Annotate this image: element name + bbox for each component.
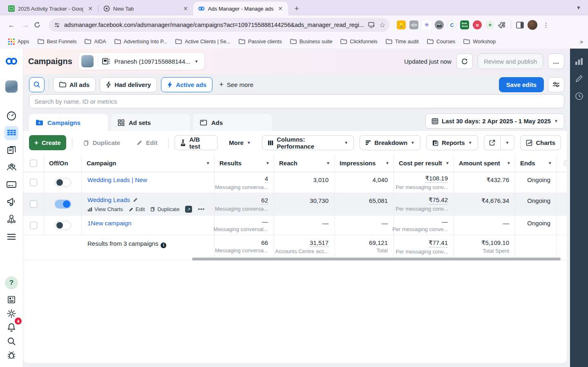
edit-action[interactable]: Edit [129, 206, 145, 212]
bookmark-folder[interactable]: Clickfunnels [337, 37, 380, 46]
date-range-selector[interactable]: Last 30 days: 2 Apr 2025 - 1 May 2025 ▼ [425, 113, 564, 129]
ads-megaphone-icon[interactable] [4, 195, 18, 209]
create-button[interactable]: + Create [29, 135, 66, 150]
campaign-link[interactable]: 1New campaign [87, 220, 208, 227]
bookmark-star-icon[interactable]: ☆ [379, 21, 385, 29]
audiences-icon[interactable] [4, 160, 18, 174]
profile-avatar[interactable] [528, 20, 537, 30]
account-selector[interactable]: Pranesh (1097155888144... ▼ [78, 52, 205, 70]
review-and-publish-button[interactable]: Review and publish [478, 53, 543, 69]
export-options-button[interactable]: ▼ [501, 136, 514, 150]
save-edits-button[interactable]: Save edits [499, 77, 544, 92]
close-icon[interactable]: ✕ [277, 5, 284, 12]
bookmark-folder[interactable]: Active Clients | Se... [172, 37, 234, 46]
results-value[interactable]: 4 [265, 175, 268, 183]
filter-active-ads[interactable]: Active ads [161, 77, 212, 92]
sort-caret-icon[interactable]: ▼ [385, 161, 389, 165]
column-header-amount-spent[interactable]: Amount spent▼ [454, 154, 515, 172]
search-icon[interactable] [4, 334, 18, 348]
tab-ads[interactable]: Ads [193, 114, 272, 131]
all-tools-menu-icon[interactable] [4, 230, 18, 244]
column-header-cost-per-result[interactable]: Cost per result▼ [394, 154, 454, 172]
tab-campaigns[interactable]: Campaigns [29, 114, 108, 131]
ab-test-button[interactable]: A/B test [174, 135, 218, 150]
search-input[interactable] [29, 94, 564, 108]
sort-caret-icon[interactable]: ▼ [326, 161, 330, 165]
campaign-link[interactable]: Wedding Leads [87, 196, 208, 203]
duplicate-action[interactable]: Duplicate [150, 206, 179, 212]
header-more-button[interactable]: ... [548, 53, 564, 69]
ext-c-icon[interactable]: C [447, 20, 456, 29]
browser-menu-icon[interactable]: ⋮ [541, 21, 551, 29]
back-icon[interactable]: ← [6, 21, 17, 29]
export-button[interactable] [484, 136, 500, 150]
bookmark-folder[interactable]: Time audit [382, 37, 422, 46]
ext-lightbulb-icon[interactable]: 💡 [397, 20, 406, 29]
bookmark-folder[interactable]: Courses [424, 37, 459, 46]
filter-settings-button[interactable] [548, 77, 564, 92]
edit-button[interactable]: Edit [131, 135, 163, 150]
results-value[interactable]: 62 [261, 197, 268, 205]
bookmark-folder[interactable]: AIDA [81, 37, 109, 46]
updates-newspaper-icon[interactable] [4, 293, 18, 307]
bookmark-folder[interactable]: Workshop [460, 37, 499, 46]
edit-pencil-icon[interactable] [575, 75, 583, 83]
row-checkbox[interactable] [23, 193, 44, 216]
column-header-off-on[interactable]: Off/On [44, 154, 82, 172]
refresh-button[interactable] [456, 53, 473, 69]
campaign-toggle[interactable] [44, 216, 82, 235]
bookmark-folder[interactable]: Best Funnels [34, 37, 80, 46]
campaigns-table-icon[interactable] [4, 126, 18, 140]
column-header-impressions[interactable]: Impressions▼ [335, 154, 394, 172]
save-page-icon[interactable] [368, 22, 375, 28]
filter-search-button[interactable] [29, 77, 45, 92]
more-button[interactable]: More ▼ [224, 135, 256, 150]
reload-icon[interactable] [34, 21, 45, 29]
close-icon[interactable]: ✕ [87, 5, 94, 12]
charts-button[interactable]: Charts [520, 135, 561, 150]
breakdown-button[interactable]: Breakdown ▼ [360, 135, 420, 150]
assets-network-icon[interactable] [4, 212, 18, 226]
pages-icon[interactable] [4, 143, 18, 157]
row-checkbox[interactable] [23, 216, 44, 235]
row-checkbox[interactable] [23, 172, 44, 193]
forward-icon[interactable]: → [20, 21, 31, 29]
see-more-button[interactable]: + See more [217, 80, 256, 89]
ext-code-icon[interactable]: </> [409, 20, 418, 29]
column-header-ends[interactable]: Ends▼ [515, 154, 557, 172]
site-info-icon[interactable] [54, 22, 60, 28]
row-more-icon[interactable]: ••• [198, 206, 205, 212]
ext-red-icon[interactable]: ≋ [473, 20, 482, 29]
overview-gauge-icon[interactable] [4, 109, 18, 123]
business-avatar[interactable] [5, 80, 18, 93]
rename-pencil-icon[interactable] [133, 197, 138, 202]
bookmark-folder[interactable]: Business suite [287, 37, 336, 46]
boost-icon[interactable]: ↗ [185, 206, 192, 213]
duplicate-button[interactable]: Duplicate [78, 135, 126, 150]
cost-value[interactable]: ₹75.42 [429, 196, 448, 205]
filter-had-delivery[interactable]: Had delivery [100, 77, 157, 92]
help-button[interactable]: ? [5, 276, 18, 289]
sort-caret-icon[interactable]: ▼ [445, 161, 449, 165]
performance-chart-icon[interactable] [575, 58, 584, 66]
columns-button[interactable]: Columns: Performance ▼ [262, 135, 354, 150]
column-header-campaign[interactable]: Campaign▼ [82, 154, 215, 172]
ext-camera-icon[interactable]: 📷 [435, 20, 444, 29]
sort-caret-icon[interactable]: ▼ [507, 161, 511, 165]
bookmark-folder[interactable]: Advertising Into P... [111, 37, 171, 46]
sort-caret-icon[interactable]: ▼ [206, 161, 210, 165]
ext-plus-icon[interactable]: + [485, 20, 494, 29]
side-panel-icon[interactable] [516, 22, 524, 29]
totals-cost-value[interactable]: ₹77.41 [429, 239, 448, 247]
new-tab-button[interactable]: + [291, 4, 302, 13]
extensions-puzzle-icon[interactable] [498, 21, 506, 29]
address-bar[interactable]: adsmanager.facebook.com/adsmanager/manag… [49, 18, 389, 32]
bookmarks-overflow-icon[interactable]: » [580, 38, 583, 45]
view-charts-action[interactable]: View Charts [87, 206, 123, 212]
cost-value[interactable]: ₹108.19 [425, 175, 448, 183]
totals-reach-value[interactable]: 31,517 [310, 239, 329, 247]
sort-caret-icon[interactable]: ▼ [548, 161, 552, 165]
info-icon[interactable]: i [161, 242, 166, 248]
ext-snowflake-icon[interactable]: ✳ [422, 20, 431, 29]
select-all-checkbox[interactable] [23, 154, 44, 172]
